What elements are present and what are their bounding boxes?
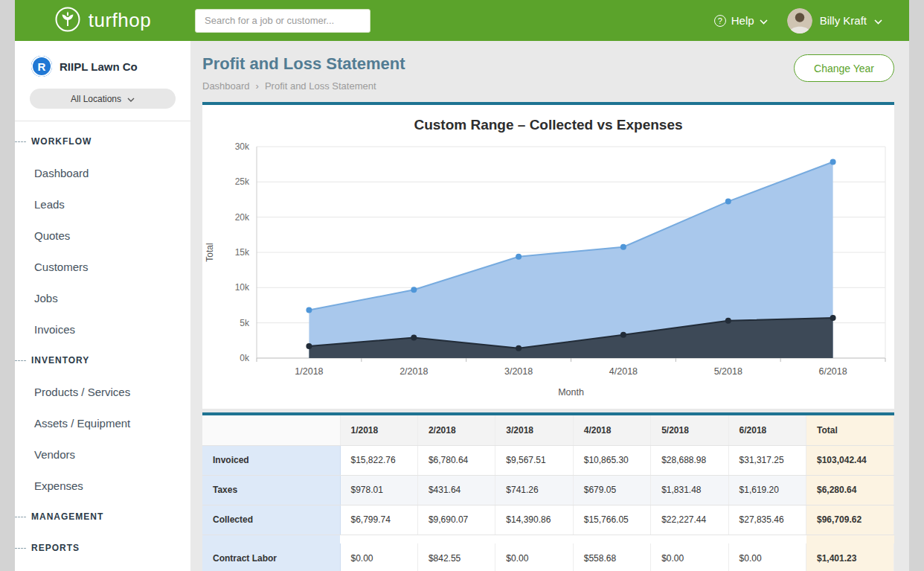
cell-value: $10,865.30 [573, 445, 650, 475]
section-label: REPORTS [31, 543, 80, 553]
cell-value: $1,831.48 [651, 475, 728, 505]
cell-value: $558.68 [573, 543, 650, 571]
topbar: turfhop ? Help [15, 0, 909, 41]
chart-title: Custom Range – Collected vs Expenses [202, 105, 894, 133]
breadcrumb-dashboard[interactable]: Dashboard [202, 80, 250, 92]
topbar-right: ? Help Billy Kraft [714, 8, 909, 34]
row-label: Taxes [202, 475, 340, 505]
chevron-down-icon [127, 94, 135, 104]
logo[interactable]: turfhop [15, 6, 190, 36]
spacer-cell [728, 535, 806, 543]
cell-value: $15,766.05 [573, 505, 650, 535]
section-label: WORKFLOW [31, 136, 92, 147]
cell-value: $14,390.86 [495, 505, 573, 535]
row-total: $6,280.64 [806, 475, 894, 505]
sidebar-section-inventory[interactable]: INVENTORY [15, 345, 190, 376]
sidebar-section-workflow[interactable]: WORKFLOW [15, 126, 190, 157]
table-row: Collected$6,799.74$9,690.07$14,390.86$15… [202, 505, 894, 535]
locations-label: All Locations [71, 94, 121, 104]
change-year-button[interactable]: Change Year [794, 54, 894, 82]
spacer-cell [573, 535, 650, 543]
row-label: Invoiced [202, 445, 340, 475]
chevron-down-icon [874, 14, 882, 27]
svg-text:6/2018: 6/2018 [818, 366, 847, 377]
breadcrumb-separator-icon: › [256, 80, 259, 92]
sidebar-item-quotes[interactable]: Quotes [15, 220, 190, 251]
spacer-cell [806, 535, 894, 543]
main-content: Profit and Loss Statement Dashboard › Pr… [190, 41, 909, 571]
sidebar-section-super-admin[interactable]: SUPER ADMIN [15, 564, 190, 571]
pl-table-head-row: 1/20182/20183/20184/20185/20186/2018Tota… [202, 415, 894, 445]
sidebar: R RIIPL Lawn Co All Locations WORKFLOWDa… [15, 41, 190, 571]
cell-value: $0.00 [728, 543, 806, 571]
cell-value: $6,780.64 [417, 445, 495, 475]
sidebar-section-reports[interactable]: REPORTS [15, 532, 190, 564]
section-label: MANAGEMENT [31, 511, 103, 522]
column-header: 6/2018 [728, 415, 806, 445]
table-group-spacer [202, 535, 894, 543]
spacer-cell [340, 535, 417, 543]
svg-text:2/2018: 2/2018 [400, 366, 428, 377]
viewport: turfhop ? Help [0, 0, 924, 571]
spacer-cell [202, 535, 340, 543]
cell-value: $978.01 [340, 475, 417, 505]
column-header: 2/2018 [417, 415, 495, 445]
svg-text:5/2018: 5/2018 [714, 366, 742, 377]
help-menu[interactable]: ? Help [714, 14, 768, 27]
row-total: $96,709.62 [806, 505, 894, 535]
user-menu[interactable]: Billy Kraft [787, 8, 882, 34]
row-label: Collected [202, 505, 340, 535]
tree-dash-icon [15, 360, 26, 361]
table-row: Taxes$978.01$431.64$741.26$679.05$1,831.… [202, 475, 894, 505]
turfhop-logo-icon [54, 6, 81, 36]
help-label: Help [731, 14, 754, 27]
sidebar-item-expenses[interactable]: Expenses [15, 470, 190, 501]
sidebar-nav: WORKFLOWDashboardLeadsQuotesCustomersJob… [15, 121, 190, 571]
cell-value: $15,822.76 [340, 445, 417, 475]
column-header-empty [202, 415, 340, 445]
sidebar-item-vendors[interactable]: Vendors [15, 438, 190, 470]
sidebar-item-assets-equipment[interactable]: Assets / Equipment [15, 407, 190, 438]
logo-text: turfhop [89, 9, 151, 32]
company-logo: R [31, 56, 52, 77]
search-input[interactable] [195, 9, 370, 33]
svg-text:1/2018: 1/2018 [295, 366, 323, 377]
svg-text:Total: Total [205, 243, 215, 261]
sidebar-item-invoices[interactable]: Invoices [15, 313, 190, 345]
pl-table: 1/20182/20183/20184/20185/20186/2018Tota… [202, 415, 894, 571]
sidebar-item-dashboard[interactable]: Dashboard [15, 157, 190, 188]
sidebar-item-customers[interactable]: Customers [15, 251, 190, 282]
cell-value: $842.55 [417, 543, 495, 571]
pl-chart[interactable]: 0k5k10k15k20k25k30k1/20182/20183/20184/2… [202, 135, 894, 403]
app-window: turfhop ? Help [15, 0, 909, 571]
sidebar-item-leads[interactable]: Leads [15, 188, 190, 220]
cell-value: $679.05 [573, 475, 650, 505]
spacer-cell [495, 535, 573, 543]
svg-text:5k: 5k [240, 318, 250, 328]
table-row: Invoiced$15,822.76$6,780.64$9,567.51$10,… [202, 445, 894, 475]
svg-text:10k: 10k [235, 282, 250, 293]
svg-text:4/2018: 4/2018 [609, 366, 638, 377]
svg-text:15k: 15k [235, 247, 250, 258]
row-total: $1,401.23 [806, 543, 894, 571]
cell-value: $0.00 [495, 543, 573, 571]
chart-card: Custom Range – Collected vs Expenses 0k5… [202, 102, 894, 409]
sidebar-item-jobs[interactable]: Jobs [15, 282, 190, 313]
locations-dropdown[interactable]: All Locations [30, 89, 176, 109]
avatar [787, 8, 812, 34]
spacer-cell [417, 535, 495, 543]
cell-value: $22,227.44 [651, 505, 728, 535]
pl-table-body: Invoiced$15,822.76$6,780.64$9,567.51$10,… [202, 445, 894, 571]
breadcrumb: Dashboard › Profit and Loss Statement [202, 80, 405, 92]
column-header: 4/2018 [573, 415, 650, 445]
column-header: 1/2018 [340, 415, 417, 445]
cell-value: $9,690.07 [417, 505, 495, 535]
help-icon: ? [714, 15, 726, 27]
svg-text:Month: Month [558, 387, 584, 398]
sidebar-item-products-services[interactable]: Products / Services [15, 376, 190, 407]
sidebar-section-management[interactable]: MANAGEMENT [15, 501, 190, 532]
chevron-down-icon [760, 14, 768, 27]
company-name: RIIPL Lawn Co [60, 60, 138, 73]
svg-text:25k: 25k [235, 176, 250, 187]
cell-value: $27,835.46 [728, 505, 806, 535]
